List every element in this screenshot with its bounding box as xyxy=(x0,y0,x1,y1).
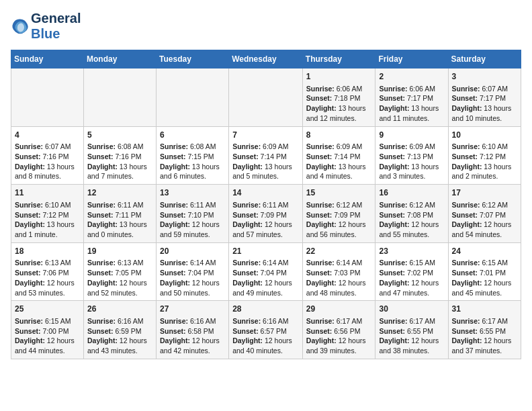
calendar-week-row: 18Sunrise: 6:13 AMSunset: 7:06 PMDayligh… xyxy=(11,242,521,301)
day-info-line: Sunset: 7:00 PM xyxy=(15,326,80,336)
day-number: 13 xyxy=(160,187,225,199)
calendar-cell: 11Sunrise: 6:10 AMSunset: 7:12 PMDayligh… xyxy=(11,185,84,243)
day-info-line: Sunrise: 6:12 AM xyxy=(379,200,444,210)
day-info-line: Daylight: 12 hours and 59 minutes. xyxy=(160,220,225,239)
day-info-line: Sunrise: 6:16 AM xyxy=(160,316,225,326)
day-number: 26 xyxy=(87,304,152,315)
day-info-line: Sunrise: 6:14 AM xyxy=(232,258,299,268)
calendar-week-row: 11Sunrise: 6:10 AMSunset: 7:12 PMDayligh… xyxy=(11,185,521,243)
day-info-line: Sunset: 7:07 PM xyxy=(452,210,518,220)
day-info-line: Sunset: 7:08 PM xyxy=(379,210,444,220)
day-info-line: Daylight: 12 hours and 52 minutes. xyxy=(87,278,152,298)
calendar-cell: 30Sunrise: 6:17 AMSunset: 6:55 PMDayligh… xyxy=(375,301,448,359)
day-info-line: Sunrise: 6:11 AM xyxy=(232,200,299,210)
calendar-cell: 3Sunrise: 6:07 AMSunset: 7:17 PMDaylight… xyxy=(448,68,521,127)
day-number: 14 xyxy=(232,187,299,199)
calendar-cell: 25Sunrise: 6:15 AMSunset: 7:00 PMDayligh… xyxy=(11,301,84,359)
day-number: 4 xyxy=(15,130,80,141)
day-info-line: Sunset: 7:12 PM xyxy=(452,152,518,162)
day-info-line: Sunrise: 6:11 AM xyxy=(160,200,225,210)
day-info-line: Daylight: 12 hours and 40 minutes. xyxy=(232,336,299,355)
day-info-line: Daylight: 12 hours and 44 minutes. xyxy=(15,336,80,355)
day-info-line: Sunset: 6:55 PM xyxy=(452,326,518,336)
day-number: 28 xyxy=(232,304,299,315)
day-info-line: Sunrise: 6:06 AM xyxy=(306,84,372,94)
calendar-cell: 2Sunrise: 6:06 AMSunset: 7:17 PMDaylight… xyxy=(375,68,448,127)
day-number: 31 xyxy=(452,304,518,315)
weekday-header-sunday: Sunday xyxy=(11,50,84,68)
day-info-line: Daylight: 12 hours and 42 minutes. xyxy=(160,336,225,355)
day-info-line: Daylight: 13 hours and 8 minutes. xyxy=(15,162,80,181)
day-number: 1 xyxy=(306,71,372,83)
calendar-cell: 8Sunrise: 6:09 AMSunset: 7:14 PMDaylight… xyxy=(302,126,375,185)
weekday-header-friday: Friday xyxy=(375,50,448,68)
calendar-week-row: 4Sunrise: 6:07 AMSunset: 7:16 PMDaylight… xyxy=(11,126,521,185)
calendar-cell: 16Sunrise: 6:12 AMSunset: 7:08 PMDayligh… xyxy=(375,185,448,243)
calendar-cell: 9Sunrise: 6:09 AMSunset: 7:13 PMDaylight… xyxy=(375,126,448,185)
calendar-cell: 13Sunrise: 6:11 AMSunset: 7:10 PMDayligh… xyxy=(157,185,229,243)
day-info-line: Daylight: 12 hours and 57 minutes. xyxy=(232,220,299,239)
day-info-line: Sunset: 7:11 PM xyxy=(87,210,152,220)
day-number: 12 xyxy=(87,187,152,199)
day-info-line: Daylight: 13 hours and 0 minutes. xyxy=(87,220,152,239)
weekday-header-saturday: Saturday xyxy=(448,50,521,68)
day-info-line: Daylight: 12 hours and 53 minutes. xyxy=(15,278,80,298)
calendar-cell: 20Sunrise: 6:14 AMSunset: 7:04 PMDayligh… xyxy=(157,242,229,301)
calendar-cell: 23Sunrise: 6:15 AMSunset: 7:02 PMDayligh… xyxy=(375,242,448,301)
day-info-line: Daylight: 12 hours and 47 minutes. xyxy=(379,278,444,298)
day-info-line: Sunset: 7:04 PM xyxy=(160,268,225,278)
day-number: 23 xyxy=(379,246,444,257)
day-number: 21 xyxy=(232,246,299,257)
calendar-cell: 24Sunrise: 6:15 AMSunset: 7:01 PMDayligh… xyxy=(448,242,521,301)
day-info-line: Daylight: 13 hours and 3 minutes. xyxy=(379,162,444,181)
day-info-line: Daylight: 13 hours and 10 minutes. xyxy=(452,103,518,123)
calendar-cell: 27Sunrise: 6:16 AMSunset: 6:58 PMDayligh… xyxy=(157,301,229,359)
calendar-week-row: 25Sunrise: 6:15 AMSunset: 7:00 PMDayligh… xyxy=(11,301,521,359)
day-info-line: Sunset: 7:01 PM xyxy=(452,268,518,278)
day-info-line: Daylight: 13 hours and 5 minutes. xyxy=(232,162,299,181)
day-info-line: Sunset: 6:56 PM xyxy=(306,326,372,336)
calendar-cell: 17Sunrise: 6:12 AMSunset: 7:07 PMDayligh… xyxy=(448,185,521,243)
day-info-line: Sunrise: 6:17 AM xyxy=(306,316,372,326)
day-number: 22 xyxy=(306,246,372,257)
day-info-line: Daylight: 13 hours and 11 minutes. xyxy=(379,103,444,123)
day-info-line: Sunset: 7:13 PM xyxy=(379,152,444,162)
day-number: 8 xyxy=(306,130,372,141)
logo-icon xyxy=(11,17,30,36)
day-number: 29 xyxy=(306,304,372,315)
day-info-line: Sunrise: 6:07 AM xyxy=(15,142,80,152)
day-info-line: Sunset: 7:16 PM xyxy=(15,152,80,162)
calendar-cell: 6Sunrise: 6:08 AMSunset: 7:15 PMDaylight… xyxy=(157,126,229,185)
day-info-line: Daylight: 13 hours and 2 minutes. xyxy=(452,162,518,181)
day-info-line: Sunset: 7:10 PM xyxy=(160,210,225,220)
day-info-line: Sunset: 7:02 PM xyxy=(379,268,444,278)
calendar-cell: 18Sunrise: 6:13 AMSunset: 7:06 PMDayligh… xyxy=(11,242,84,301)
day-info-line: Sunrise: 6:15 AM xyxy=(452,258,518,268)
day-info-line: Daylight: 12 hours and 54 minutes. xyxy=(452,220,518,239)
day-number: 6 xyxy=(160,130,225,141)
calendar-cell: 22Sunrise: 6:14 AMSunset: 7:03 PMDayligh… xyxy=(302,242,375,301)
day-info-line: Daylight: 12 hours and 56 minutes. xyxy=(306,220,372,239)
day-info-line: Sunrise: 6:08 AM xyxy=(87,142,152,152)
day-info-line: Daylight: 12 hours and 38 minutes. xyxy=(379,336,444,355)
weekday-header-tuesday: Tuesday xyxy=(157,50,229,68)
day-number: 27 xyxy=(160,304,225,315)
weekday-header-row: SundayMondayTuesdayWednesdayThursdayFrid… xyxy=(11,50,521,68)
logo-text: General Blue xyxy=(31,11,81,42)
day-info-line: Sunrise: 6:06 AM xyxy=(379,84,444,94)
day-info-line: Sunset: 7:04 PM xyxy=(232,268,299,278)
day-info-line: Daylight: 12 hours and 39 minutes. xyxy=(306,336,372,355)
logo: General Blue xyxy=(11,11,81,42)
day-number: 19 xyxy=(87,246,152,257)
day-info-line: Sunset: 7:05 PM xyxy=(87,268,152,278)
calendar-cell xyxy=(84,68,157,127)
weekday-header-monday: Monday xyxy=(84,50,157,68)
day-info-line: Daylight: 12 hours and 49 minutes. xyxy=(232,278,299,298)
day-info-line: Sunset: 6:57 PM xyxy=(232,326,299,336)
calendar-cell: 31Sunrise: 6:17 AMSunset: 6:55 PMDayligh… xyxy=(448,301,521,359)
day-info-line: Sunset: 7:12 PM xyxy=(15,210,80,220)
day-info-line: Sunset: 6:55 PM xyxy=(379,326,444,336)
day-info-line: Sunrise: 6:12 AM xyxy=(452,200,518,210)
day-info-line: Sunset: 7:09 PM xyxy=(306,210,372,220)
day-info-line: Sunrise: 6:15 AM xyxy=(15,316,80,326)
